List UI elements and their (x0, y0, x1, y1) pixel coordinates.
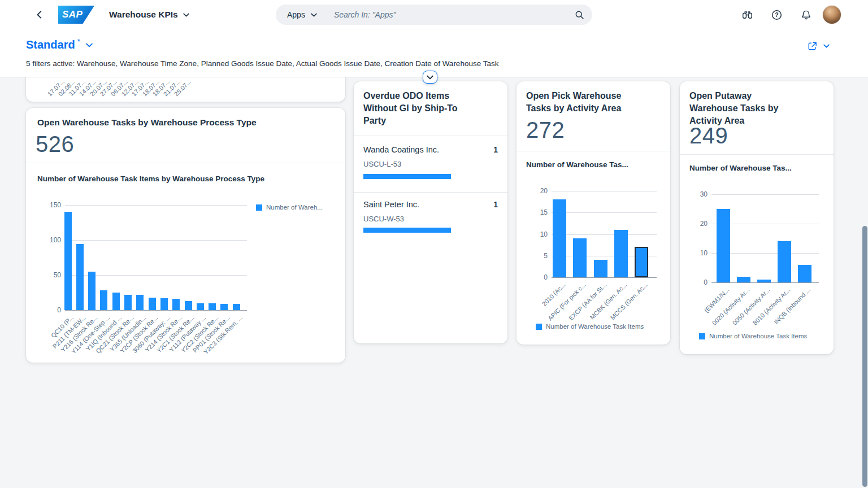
gridline (711, 194, 819, 195)
chevron-down-icon (183, 13, 189, 17)
chart-bar[interactable] (112, 293, 120, 310)
card-open-putaway-tasks[interactable]: Open Putaway Warehouse Tasks by Activity… (680, 81, 834, 354)
chart-bar[interactable] (197, 303, 204, 310)
legend-label: Number of Warehouse Task Items (546, 323, 644, 330)
back-button[interactable] (33, 8, 46, 21)
item-value: 1 (493, 200, 498, 209)
vertical-scrollbar[interactable] (862, 226, 867, 487)
chart-bar[interactable] (233, 304, 240, 310)
search-icon[interactable] (575, 10, 584, 20)
help-button[interactable]: ? (770, 8, 783, 21)
y-axis-tick-label: 10 (700, 249, 708, 257)
gridline (552, 191, 657, 191)
chart-bar[interactable] (614, 230, 628, 277)
chart-bar[interactable] (88, 272, 96, 310)
card-open-pick-tasks[interactable]: Open Pick Warehouse Tasks by Activity Ar… (517, 81, 670, 345)
y-axis-tick-label: 10 (540, 230, 548, 238)
y-axis-tick-label: 100 (50, 236, 61, 244)
y-axis-tick-label: 150 (50, 201, 61, 209)
card-overdue-odo-items[interactable]: Overdue ODO Items Without GI by Ship-To … (354, 81, 507, 343)
share-menu-button[interactable] (807, 41, 830, 51)
y-axis-tick-label: 0 (704, 278, 708, 286)
x-axis-tick-label: MCCS (Gen. Ac... (609, 281, 648, 321)
gridline (552, 234, 657, 235)
putaway-bar-chart: 0102030(EWM1/N...0020 (Activity Ar...005… (680, 81, 834, 354)
chart-bar[interactable] (76, 244, 84, 310)
help-icon: ? (771, 9, 783, 21)
chevron-down-icon (311, 13, 317, 17)
x-axis-tick-label: 8010 (Activity Ar... (752, 286, 792, 326)
y-axis-tick-label: 30 (700, 190, 708, 198)
chart-bar[interactable] (185, 301, 192, 310)
shell-search[interactable]: Apps (276, 5, 592, 25)
card-open-warehouse-tasks-by-process-type[interactable]: Open Warehouse Tasks by Warehouse Proces… (26, 108, 345, 363)
legend-color-swatch (699, 333, 705, 339)
y-axis-tick-label: 20 (700, 220, 708, 228)
chart-bar[interactable] (717, 209, 730, 282)
chart-bar[interactable] (124, 295, 132, 310)
x-axis-tick-label: 0050 (Activity Ar... (731, 286, 771, 326)
sap-logo[interactable]: SAP (58, 6, 94, 24)
variant-modified-marker: * (77, 37, 80, 46)
gridline (65, 240, 247, 241)
svg-text:?: ? (775, 11, 778, 18)
chart-bar[interactable] (553, 199, 566, 277)
party-name: Saint Peter Inc. (363, 200, 419, 209)
search-scope-label: Apps (287, 10, 305, 19)
gridline (65, 310, 247, 311)
y-axis-tick-label: 0 (57, 306, 61, 314)
chart-bar[interactable] (757, 280, 771, 282)
search-input[interactable] (334, 10, 575, 19)
x-axis-tick-label: 0020 (Activity Ar... (711, 286, 751, 326)
back-icon (36, 11, 44, 19)
chart-legend: Number of Warehouse Task Items (699, 333, 807, 339)
item-value-bar (363, 228, 451, 233)
x-axis-tick-label: APIC (For pick c... (546, 281, 587, 322)
chart-bar[interactable] (172, 299, 180, 310)
chevron-down-icon (823, 44, 830, 48)
chart-bar[interactable] (594, 260, 607, 277)
chart-bar[interactable] (160, 298, 168, 310)
chevron-down-icon (86, 43, 93, 47)
share-icon (807, 41, 818, 51)
variant-selector[interactable]: Standard * (26, 38, 93, 51)
chart-legend: Number of Wareh... (256, 204, 323, 211)
chart-bar[interactable] (209, 303, 216, 310)
chart-bar[interactable] (136, 295, 144, 310)
gridline (552, 212, 657, 213)
chart-bar[interactable] (100, 290, 107, 310)
chart-bar[interactable] (64, 212, 72, 310)
chevron-down-icon (427, 75, 433, 80)
bell-icon (800, 9, 812, 21)
chart-legend: Number of Warehouse Task Items (536, 323, 644, 330)
user-avatar[interactable] (823, 6, 841, 24)
chart-bar[interactable] (573, 238, 587, 277)
chart-bar[interactable] (149, 298, 156, 310)
party-name: Wanda Coatings Inc. (363, 145, 439, 154)
x-axis-tick-label: MCBK (Gen. Ac... (589, 281, 628, 321)
app-title-menu[interactable]: Warehouse KPIs (109, 0, 189, 29)
y-axis-tick-label: 15 (540, 208, 548, 216)
legend-label: Number of Wareh... (266, 204, 323, 211)
expand-header-button[interactable] (423, 71, 437, 84)
search-scope-select[interactable]: Apps (284, 10, 320, 19)
chart-bar[interactable] (737, 277, 750, 282)
x-axis-tick-label: INQB (Inbound ... (772, 286, 811, 325)
y-axis-tick-label: 20 (540, 187, 548, 195)
legend-color-swatch (536, 324, 542, 330)
party-id: USCU-W-53 (363, 215, 404, 223)
notifications-button[interactable] (799, 8, 813, 21)
legend-label: Number of Warehouse Task Items (709, 333, 807, 339)
chart-bar[interactable] (798, 265, 811, 282)
chart-bar[interactable] (220, 304, 228, 310)
chart-bar[interactable] (635, 247, 648, 277)
product-switch-button[interactable] (740, 8, 754, 21)
variant-row: Standard * 5 filters active: Warehouse, … (0, 29, 868, 77)
legend-color-swatch (256, 204, 262, 211)
chart-bar[interactable] (778, 241, 791, 282)
shell-header: SAP Warehouse KPIs Apps ? Standard * (0, 0, 868, 77)
app-title: Warehouse KPIs (109, 10, 178, 20)
gridline (65, 205, 247, 206)
topbar: SAP Warehouse KPIs Apps ? (0, 0, 868, 29)
variant-title: Standard (26, 38, 75, 51)
